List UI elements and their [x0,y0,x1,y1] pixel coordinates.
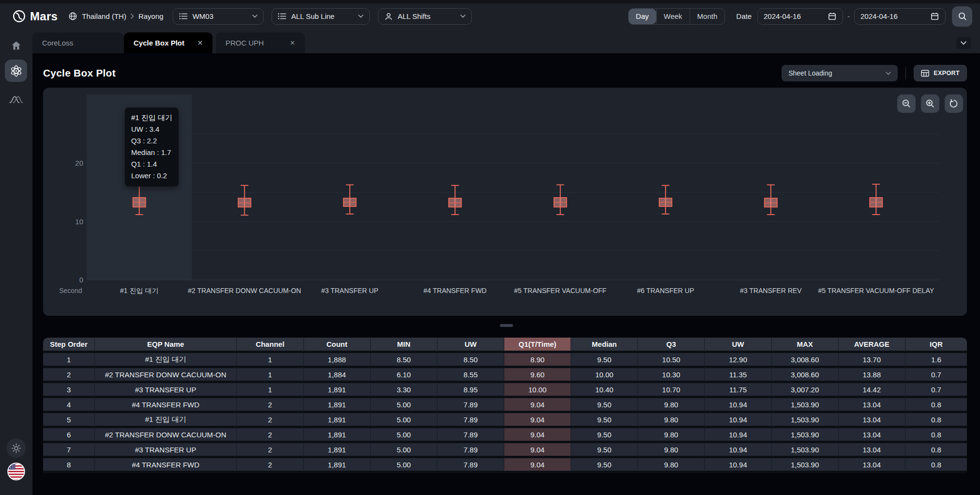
sidebar-item-distribution[interactable] [9,94,23,106]
table-cell: #2 TRANSFER DONW CACUUM-ON [95,428,237,443]
export-button[interactable]: EXPORT [914,65,967,81]
range-month-button[interactable]: Month [690,9,725,24]
sidebar-item-analysis-active[interactable] [5,60,27,82]
table-cell: 10.94 [705,428,771,443]
table-cell: 13.88 [839,368,905,383]
table-cell: 9.80 [638,443,705,458]
table-cell: 2 [237,443,303,458]
table-cell: 12.90 [705,353,771,368]
tooltip-line: Median : 1.7 [131,147,172,158]
table-cell: #1 진입 대기 [95,413,237,428]
calendar-icon [930,12,939,21]
table-row: 3#3 TRANSFER UP11,8913.308.9510.0010.401… [43,383,967,398]
atom-icon [10,64,23,77]
zoom-out-button[interactable] [897,94,916,113]
table-cell: 9.50 [571,398,638,413]
location-breadcrumb[interactable]: Thailand (TH) Rayong [68,12,163,21]
range-day-button[interactable]: Day [629,9,656,24]
table-cell: 8 [43,458,95,473]
box-plot[interactable] [344,185,356,214]
tab-overflow-button[interactable] [956,37,971,49]
tab-label: CoreLoss [42,39,73,47]
subline-select[interactable]: ALL Sub Line [271,8,370,25]
table-cell: 3,007.20 [772,383,839,398]
close-icon[interactable]: ✕ [197,39,203,46]
date-to-value: 2024-04-16 [860,12,898,20]
brand[interactable]: Mars [13,10,58,23]
table-cell: 0.8 [905,428,967,443]
table-cell: 11.35 [705,368,771,383]
table-cell: 1,891 [304,428,371,443]
box-plot[interactable] [554,185,567,215]
box-plot[interactable] [870,184,882,215]
mars-logo-icon [13,10,26,23]
column-header: EQP Name [95,338,237,353]
table-cell: 9.04 [504,398,571,413]
table-cell: 7.89 [437,398,504,413]
table-cell: 5.00 [371,398,437,413]
table-cell: 2 [237,458,303,473]
app-sidebar [0,32,32,495]
range-week-button[interactable]: Week [656,9,690,24]
table-cell: 10.50 [638,353,705,368]
table-cell: 13.04 [839,458,905,473]
column-header: IQR [905,338,967,353]
zoom-in-button[interactable] [921,94,939,113]
table-cell: #2 TRANSFER DONW CACUUM-ON [95,368,237,383]
panel-resize-handle[interactable] [500,324,513,327]
line-select[interactable]: WM03 [173,8,264,25]
close-icon[interactable]: ✕ [290,39,295,46]
table-cell: 0.8 [905,443,967,458]
sheet-selector-value: Sheet Loading [788,69,832,77]
box-plot[interactable] [449,186,461,215]
table-cell: 7.89 [437,428,504,443]
tooltip-line: Lower : 0.2 [131,170,172,182]
table-cell: 8.50 [437,353,504,368]
table-cell: 10.94 [705,398,771,413]
sidebar-item-settings[interactable] [6,438,26,458]
table-cell: 9.50 [571,353,638,368]
y-axis-tick: 0 [79,276,83,284]
search-button[interactable] [952,6,972,27]
table-cell: 7.89 [437,413,504,428]
reset-zoom-button[interactable] [945,94,963,113]
table-cell: 10.70 [638,383,705,398]
table-cell: #4 TRANSFER FWD [95,458,237,473]
table-cell: 13.04 [839,413,905,428]
breadcrumb-site: Rayong [138,12,164,20]
list-icon [179,13,188,20]
table-cell: 7.89 [437,443,504,458]
subline-select-value: ALL Sub Line [291,12,353,20]
page-title: Cycle Box Plot [43,67,116,79]
table-cell: 1,503.90 [772,428,839,443]
table-header-row: Step OrderEQP NameChannelCountMINUWQ1(T/… [43,338,967,353]
box-plot[interactable] [765,185,777,215]
x-axis-category-label: #6 TRANSFER UP [637,287,694,294]
us-flag-icon [7,463,25,480]
table-cell: 10.94 [705,413,771,428]
sidebar-item-home[interactable] [11,40,22,52]
table-row: 5#1 진입 대기21,8915.007.899.049.509.8010.94… [43,413,967,428]
tab-cycle-box-plot[interactable]: Cycle Box Plot ✕ [124,32,212,53]
box-plot[interactable] [238,186,251,215]
column-header: MAX [772,338,839,353]
tab-proc-uph[interactable]: PROC UPH ✕ [216,32,305,53]
table-cell: 9.80 [638,413,705,428]
table-cell: 6 [43,428,95,443]
data-table-panel: Step OrderEQP NameChannelCountMINUWQ1(T/… [43,338,967,495]
language-selector[interactable] [7,463,25,480]
table-cell: 1,503.90 [772,443,839,458]
date-to-input[interactable]: 2024-04-16 [854,8,946,25]
shifts-select[interactable]: ALL Shifts [378,8,472,25]
tab-coreloss[interactable]: CoreLoss [32,32,124,53]
date-from-input[interactable]: 2024-04-16 [757,8,843,25]
list-icon [278,13,286,20]
table-cell: 13.70 [839,353,905,368]
table-cell: 1,891 [304,458,371,473]
chevron-down-icon [886,72,891,75]
table-cell: 2 [237,413,303,428]
table-cell: 14.42 [839,383,905,398]
table-cell: 8.55 [437,368,504,383]
box-plot[interactable] [659,186,672,214]
sheet-selector[interactable]: Sheet Loading [782,65,898,81]
